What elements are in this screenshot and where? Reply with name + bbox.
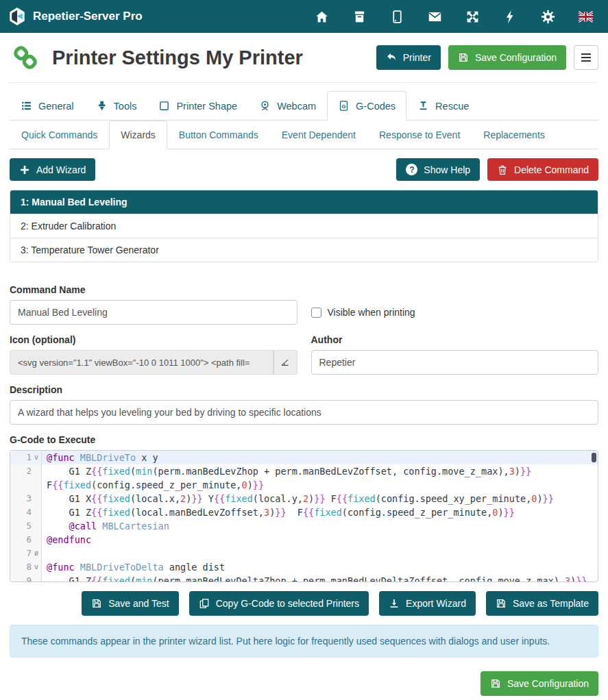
gcode-label: G-Code to Execute [10, 434, 598, 445]
line-number: 2 [10, 464, 32, 492]
printer-button[interactable]: Printer [376, 45, 441, 70]
visible-when-printing-checkbox[interactable] [311, 308, 321, 318]
line-number: 6 [10, 533, 32, 547]
footer-save-configuration-button[interactable]: Save Configuration [481, 671, 598, 696]
subtab-button-commands[interactable]: Button Commands [167, 121, 270, 149]
menu-button[interactable] [574, 45, 598, 70]
delete-command-button[interactable]: Delete Command [487, 158, 598, 181]
fold-arrow-icon[interactable]: v [32, 451, 42, 464]
wizard-item-label: 3: Temperature Tower Generator [21, 245, 159, 255]
code-text[interactable] [42, 547, 598, 560]
info-message: These commands appear in the printer wiz… [10, 625, 598, 658]
add-wizard-button[interactable]: Add Wizard [10, 158, 95, 181]
wizard-item-extruder-calibration[interactable]: 2: Extruder Calibration [10, 214, 598, 238]
code-line[interactable]: 4 G1 Z{{fixed(local.manBedLevZoffset,3)}… [10, 505, 598, 519]
wizard-list: 1: Manual Bed Leveling 2: Extruder Calib… [10, 190, 598, 262]
subtab-label: Event Dependent [282, 129, 356, 140]
wizard-item-label: 1: Manual Bed Leveling [21, 197, 127, 208]
tab-tools[interactable]: Tools [85, 91, 148, 121]
tab-printer-shape[interactable]: Printer Shape [147, 91, 248, 121]
code-text[interactable]: G1 X{{fixed(local.x,2)}} Y{{fixed(local.… [42, 492, 598, 505]
app-logo-icon [8, 7, 26, 26]
fold-gutter [32, 505, 42, 519]
subtab-quick-commands[interactable]: Quick Commands [10, 121, 109, 149]
wizard-toolbar: Add Wizard ? Show Help Delete Command [10, 158, 598, 181]
subtab-replacements[interactable]: Replacements [472, 121, 557, 149]
command-name-label: Command Name [10, 284, 297, 295]
trash-icon [497, 164, 508, 175]
subtab-label: Button Commands [179, 129, 258, 140]
brand-label: Repetier-Server Pro [33, 10, 143, 23]
command-name-input[interactable]: Manual Bed Leveling [10, 300, 297, 325]
save-and-test-button[interactable]: Save and Test [82, 591, 178, 616]
tab-rescue[interactable]: Rescue [406, 91, 480, 121]
fold-gutter [32, 574, 42, 582]
line-number: 9 [10, 574, 32, 582]
description-label: Description [10, 384, 598, 395]
code-text[interactable]: @func MBLDriveToDelta angle dist [42, 560, 598, 574]
code-line[interactable]: 7ø [10, 547, 598, 560]
tab-webcam[interactable]: Webcam [248, 91, 327, 121]
power-icon[interactable] [503, 10, 518, 24]
icon-label: Icon (optional) [10, 334, 297, 345]
top-navbar: Repetier-Server Pro [0, 0, 608, 33]
gcode-editor[interactable]: 1v@func MBLDriveTo x y2 G1 Z{{fixed(min(… [10, 450, 598, 582]
line-number: 1 [10, 451, 32, 464]
code-line[interactable]: 6@endfunc [10, 533, 598, 547]
code-text[interactable]: G1 Z{{fixed(min(perm.manBedLevDeltaZhop … [42, 574, 598, 582]
home-icon[interactable] [315, 10, 329, 24]
code-line[interactable]: 3 G1 X{{fixed(local.x,2)}} Y{{fixed(loca… [10, 492, 598, 505]
code-text[interactable]: G1 Z{{fixed(min(perm.manBedLevZhop + per… [42, 464, 598, 492]
global-settings-icon[interactable] [541, 10, 555, 24]
visible-when-printing-label: Visible when printing [328, 307, 415, 318]
language-flag-icon[interactable] [579, 10, 593, 24]
code-text[interactable]: @func MBLDriveTo x y [42, 451, 598, 464]
action-label: Export Wizard [406, 598, 466, 609]
save-configuration-button[interactable]: Save Configuration [448, 45, 566, 70]
code-line[interactable]: 2 G1 Z{{fixed(min(perm.manBedLevZhop + p… [10, 464, 598, 492]
wizard-item-temperature-tower-generator[interactable]: 3: Temperature Tower Generator [10, 238, 598, 262]
export-wizard-button[interactable]: Export Wizard [379, 591, 476, 616]
tab-label: G-Codes [356, 101, 396, 112]
expand-icon[interactable] [465, 10, 480, 24]
main-tabs: General Tools Printer Shape Webcam G G-C… [10, 91, 598, 121]
wizard-item-manual-bed-leveling[interactable]: 1: Manual Bed Leveling [10, 190, 598, 214]
action-label: Copy G-Code to selected Printers [216, 598, 359, 609]
author-input[interactable]: Repetier [311, 350, 599, 375]
subtab-response-to-event[interactable]: Response to Event [367, 121, 472, 149]
tab-g-codes[interactable]: G G-Codes [327, 91, 406, 121]
subtab-event-dependent[interactable]: Event Dependent [270, 121, 367, 149]
action-icon [199, 598, 210, 609]
page-title: Printer Settings My Printer [52, 47, 303, 69]
tab-label: Rescue [435, 101, 469, 112]
code-text[interactable]: @endfunc [42, 533, 598, 547]
fold-arrow-icon[interactable]: v [32, 560, 42, 574]
save-icon [490, 678, 501, 689]
messages-icon[interactable] [428, 10, 442, 24]
code-text[interactable]: @call MBLCartesian [42, 519, 598, 533]
subtab-wizards[interactable]: Wizards [109, 121, 167, 149]
code-line[interactable]: 5 @call MBLCartesian [10, 519, 598, 533]
icon-input[interactable]: <svg version="1.1" viewBox="-10 0 1011 1… [10, 350, 273, 375]
description-input[interactable]: A wizard that helps you leveling your be… [10, 400, 598, 425]
code-line[interactable]: 1v@func MBLDriveTo x y [10, 451, 598, 464]
fold-gutter [32, 533, 42, 547]
editor-scrollbar-thumb[interactable] [592, 453, 596, 462]
copy-gcode-button[interactable]: Copy G-Code to selected Printers [189, 591, 369, 616]
code-line[interactable]: 9 G1 Z{{fixed(min(perm.manBedLevDeltaZho… [10, 574, 598, 582]
tab-general[interactable]: General [10, 91, 85, 121]
brand[interactable]: Repetier-Server Pro [8, 7, 143, 26]
save-as-template-button[interactable]: Save as Template [486, 591, 598, 616]
code-text[interactable]: G1 Z{{fixed(local.manBedLevZoffset,3)}} … [42, 505, 598, 519]
code-line[interactable]: 8v@func MBLDriveToDelta angle dist [10, 560, 598, 574]
line-number: 8 [10, 560, 32, 574]
subtab-label: Quick Commands [21, 129, 97, 140]
show-help-button[interactable]: ? Show Help [396, 158, 480, 181]
printer-icon[interactable] [352, 10, 367, 24]
icon-edit-button[interactable] [273, 350, 297, 375]
tab-label: Webcam [277, 101, 316, 112]
author-label: Author [311, 334, 599, 345]
tab-label: General [38, 101, 74, 112]
tablet-icon[interactable] [390, 10, 404, 24]
save-icon [458, 52, 469, 63]
